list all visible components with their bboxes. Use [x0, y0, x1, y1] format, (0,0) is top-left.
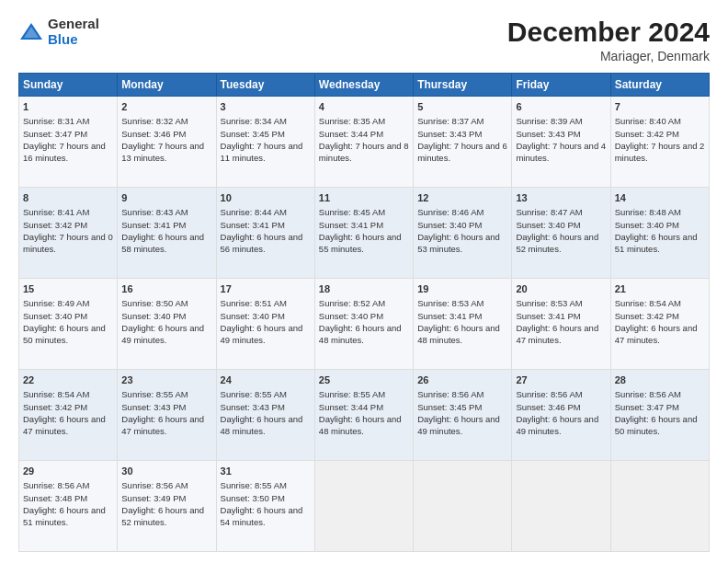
logo-general: General	[48, 17, 99, 32]
day-5: 5Sunrise: 8:37 AMSunset: 3:43 PMDaylight…	[414, 97, 512, 188]
day-8: 8Sunrise: 8:41 AMSunset: 3:42 PMDaylight…	[19, 188, 118, 279]
day-28: 28Sunrise: 8:56 AMSunset: 3:47 PMDayligh…	[610, 370, 709, 461]
title-block: December 2024 Mariager, Denmark	[507, 17, 710, 63]
day-30: 30Sunrise: 8:56 AMSunset: 3:49 PMDayligh…	[118, 461, 216, 552]
day-10: 10Sunrise: 8:44 AMSunset: 3:41 PMDayligh…	[216, 188, 314, 279]
logo-icon	[18, 19, 44, 45]
table-row: 1Sunrise: 8:31 AMSunset: 3:47 PMDaylight…	[19, 97, 710, 188]
col-monday: Monday	[118, 74, 216, 97]
day-20: 20Sunrise: 8:53 AMSunset: 3:41 PMDayligh…	[512, 279, 610, 370]
day-15: 15Sunrise: 8:49 AMSunset: 3:40 PMDayligh…	[19, 279, 118, 370]
table-row: 15Sunrise: 8:49 AMSunset: 3:40 PMDayligh…	[19, 279, 710, 370]
table-row: 22Sunrise: 8:54 AMSunset: 3:42 PMDayligh…	[19, 370, 710, 461]
day-16: 16Sunrise: 8:50 AMSunset: 3:40 PMDayligh…	[118, 279, 216, 370]
day-29: 29Sunrise: 8:56 AMSunset: 3:48 PMDayligh…	[19, 461, 118, 552]
day-19: 19Sunrise: 8:53 AMSunset: 3:41 PMDayligh…	[414, 279, 512, 370]
table-row: 29Sunrise: 8:56 AMSunset: 3:48 PMDayligh…	[19, 461, 710, 552]
empty-cell	[414, 461, 512, 552]
day-13: 13Sunrise: 8:47 AMSunset: 3:40 PMDayligh…	[512, 188, 610, 279]
day-18: 18Sunrise: 8:52 AMSunset: 3:40 PMDayligh…	[314, 279, 413, 370]
col-sunday: Sunday	[19, 74, 118, 97]
day-24: 24Sunrise: 8:55 AMSunset: 3:43 PMDayligh…	[216, 370, 314, 461]
day-7: 7Sunrise: 8:40 AMSunset: 3:42 PMDaylight…	[610, 97, 709, 188]
day-9: 9Sunrise: 8:43 AMSunset: 3:41 PMDaylight…	[118, 188, 216, 279]
empty-cell	[512, 461, 610, 552]
day-26: 26Sunrise: 8:56 AMSunset: 3:45 PMDayligh…	[414, 370, 512, 461]
month-title: December 2024	[507, 17, 710, 47]
col-friday: Friday	[512, 74, 610, 97]
col-thursday: Thursday	[414, 74, 512, 97]
day-14: 14Sunrise: 8:48 AMSunset: 3:40 PMDayligh…	[610, 188, 709, 279]
day-11: 11Sunrise: 8:45 AMSunset: 3:41 PMDayligh…	[314, 188, 413, 279]
location: Mariager, Denmark	[507, 49, 710, 63]
col-saturday: Saturday	[610, 74, 709, 97]
logo-text: General Blue	[48, 17, 99, 47]
logo-blue: Blue	[48, 32, 99, 48]
header: General Blue December 2024 Mariager, Den…	[18, 17, 710, 63]
day-6: 6Sunrise: 8:39 AMSunset: 3:43 PMDaylight…	[512, 97, 610, 188]
empty-cell	[610, 461, 709, 552]
day-22: 22Sunrise: 8:54 AMSunset: 3:42 PMDayligh…	[19, 370, 118, 461]
day-2: 2Sunrise: 8:32 AMSunset: 3:46 PMDaylight…	[118, 97, 216, 188]
day-3: 3Sunrise: 8:34 AMSunset: 3:45 PMDaylight…	[216, 97, 314, 188]
day-1: 1Sunrise: 8:31 AMSunset: 3:47 PMDaylight…	[19, 97, 118, 188]
day-31: 31Sunrise: 8:55 AMSunset: 3:50 PMDayligh…	[216, 461, 314, 552]
day-23: 23Sunrise: 8:55 AMSunset: 3:43 PMDayligh…	[118, 370, 216, 461]
header-row: Sunday Monday Tuesday Wednesday Thursday…	[19, 74, 710, 97]
table-row: 8Sunrise: 8:41 AMSunset: 3:42 PMDaylight…	[19, 188, 710, 279]
day-27: 27Sunrise: 8:56 AMSunset: 3:46 PMDayligh…	[512, 370, 610, 461]
day-12: 12Sunrise: 8:46 AMSunset: 3:40 PMDayligh…	[414, 188, 512, 279]
col-tuesday: Tuesday	[216, 74, 314, 97]
day-17: 17Sunrise: 8:51 AMSunset: 3:40 PMDayligh…	[216, 279, 314, 370]
day-21: 21Sunrise: 8:54 AMSunset: 3:42 PMDayligh…	[610, 279, 709, 370]
logo: General Blue	[18, 17, 99, 47]
calendar: Sunday Monday Tuesday Wednesday Thursday…	[18, 73, 710, 552]
empty-cell	[314, 461, 413, 552]
page: General Blue December 2024 Mariager, Den…	[0, 0, 728, 563]
day-25: 25Sunrise: 8:55 AMSunset: 3:44 PMDayligh…	[314, 370, 413, 461]
day-4: 4Sunrise: 8:35 AMSunset: 3:44 PMDaylight…	[314, 97, 413, 188]
col-wednesday: Wednesday	[314, 74, 413, 97]
